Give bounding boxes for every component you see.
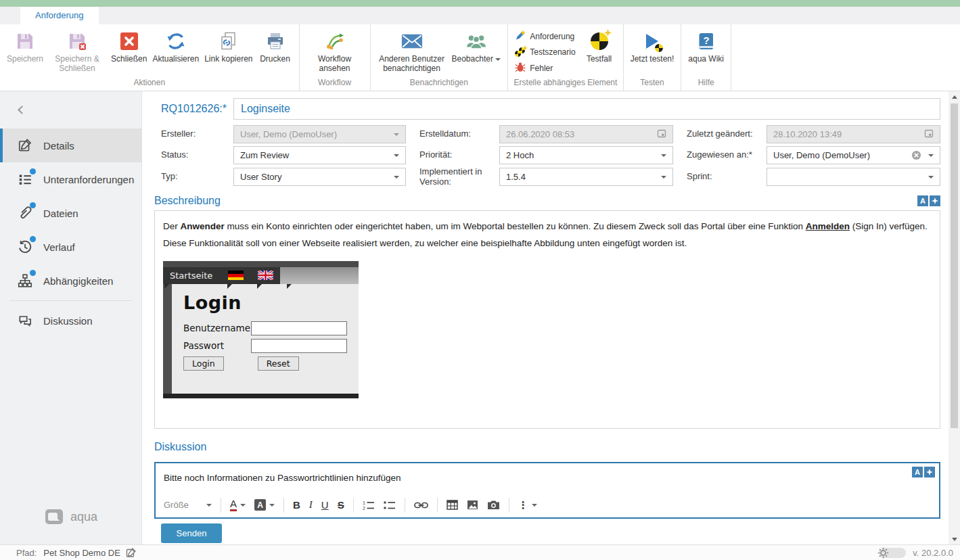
create-testscenario-item[interactable]: Testszenario: [515, 47, 575, 57]
notification-dot: [30, 270, 36, 276]
create-testcase-button[interactable]: Testfall: [580, 28, 619, 66]
tab-anforderung[interactable]: Anforderung: [20, 7, 99, 24]
list-icon: [18, 172, 32, 187]
sidebar-item-abhaengigkeiten[interactable]: Abhängigkeiten: [0, 264, 141, 298]
send-comment-button[interactable]: Senden: [161, 523, 222, 543]
ribbon-group-aktionen: Speichern Speichern & Schließen Schließe…: [0, 24, 300, 91]
field-label-erstelldatum: Erstelldatum:: [419, 129, 499, 139]
zuletzt-geaendert-field: 28.10.2020 13:49: [767, 125, 940, 143]
sidebar-item-label: Diskussion: [43, 315, 93, 327]
watchers-button[interactable]: Beobachter: [449, 28, 504, 66]
create-requirement-item[interactable]: Anforderung: [515, 30, 575, 43]
save-label: Speichern: [7, 55, 43, 64]
status-select[interactable]: Zum Review: [233, 146, 406, 164]
sprint-select[interactable]: [767, 168, 940, 186]
sidebar-item-diskussion[interactable]: Diskussion: [0, 304, 141, 337]
aqua-logo-text: aqua: [70, 510, 97, 524]
screenshot-camera-icon[interactable]: [487, 500, 500, 510]
translate-a-icon[interactable]: A: [917, 195, 928, 206]
bullet-list-icon[interactable]: [384, 500, 396, 511]
translate-lang-icon[interactable]: [924, 467, 935, 477]
underline-button[interactable]: U: [321, 499, 329, 511]
ribbon-tab-bar: Anforderung: [0, 7, 960, 24]
aqua-wiki-button[interactable]: ? aqua Wiki: [685, 28, 727, 66]
zugewiesen-select[interactable]: User, Demo (DemoUser): [767, 146, 940, 164]
sidebar-divider: [9, 300, 132, 301]
save-button: Speichern: [4, 28, 46, 66]
insert-table-icon[interactable]: [447, 500, 458, 510]
sidebar-item-label: Unteranforderungen: [43, 174, 134, 185]
translate-a-icon[interactable]: A: [912, 467, 923, 477]
highlight-color-button[interactable]: A: [254, 499, 275, 511]
view-workflow-button[interactable]: Workflow ansehen: [304, 28, 366, 76]
close-button[interactable]: Schließen: [108, 28, 150, 66]
field-label-zuletzt-geaendert: Zuletzt geändert:: [687, 129, 767, 139]
test-now-icon: [641, 30, 663, 52]
edit-path-icon[interactable]: [126, 547, 137, 558]
mock-tab-notch: [287, 284, 292, 289]
chevron-down-icon: [394, 133, 399, 136]
ribbon-group-testen: Jetzt testen! Testen: [624, 24, 682, 91]
window-accent-strip: [0, 0, 960, 7]
calendar-icon: [657, 129, 666, 140]
italic-button[interactable]: I: [309, 499, 313, 511]
ribbon-group-benachrichtigen: Anderen Benutzer benachrichtigen Beobach…: [371, 24, 509, 91]
test-now-label: Jetzt testen!: [631, 55, 675, 64]
notify-user-button[interactable]: Anderen Benutzer benachrichtigen: [375, 28, 449, 76]
diskussion-title: Diskussion: [154, 441, 940, 453]
field-label-zugewiesen: Zugewiesen an:*: [687, 150, 767, 160]
mock-username-label: Benutzername: [183, 323, 251, 333]
mock-tab-flag-uk: [250, 267, 280, 284]
typ-select[interactable]: User Story: [233, 168, 406, 186]
font-size-dropdown[interactable]: Größe: [164, 500, 212, 510]
group-label-erstelle: Erstelle abhängiges Element: [509, 76, 621, 91]
group-label-testen: Testen: [625, 76, 680, 91]
translate-lang-icon[interactable]: [930, 195, 940, 206]
editor-toolbar: Größe A A B I U S 12: [164, 498, 931, 513]
strikethrough-button[interactable]: S: [338, 499, 344, 511]
sidebar-item-dateien[interactable]: Dateien: [0, 196, 141, 230]
refresh-button[interactable]: Aktualisieren: [150, 28, 202, 66]
copy-link-button[interactable]: Link kopieren: [202, 28, 255, 66]
create-defect-item[interactable]: Fehler: [515, 62, 575, 74]
mock-tab-notch: [257, 284, 262, 289]
ribbon-group-erstelle: Anforderung Testszenario: [508, 24, 623, 91]
vertical-scrollbar[interactable]: [948, 91, 960, 544]
insert-link-icon[interactable]: [414, 501, 428, 509]
description-editor-area[interactable]: Der Anwender muss ein Konto einrichten o…: [154, 210, 940, 429]
ordered-list-icon[interactable]: 12: [363, 500, 375, 511]
mock-bottom-bar: [163, 394, 359, 398]
beschreibung-title: Beschreibung: [154, 195, 917, 207]
sidebar-item-details[interactable]: Details: [0, 129, 141, 162]
settings-gear-button[interactable]: [879, 548, 906, 558]
sidebar-item-verlauf[interactable]: Verlauf: [0, 230, 141, 264]
svg-text:?: ?: [703, 34, 709, 46]
bold-button[interactable]: B: [293, 499, 300, 511]
comment-editor[interactable]: A Bitte noch Informationen zu Passwortri…: [154, 462, 940, 519]
testcase-pie-icon: [589, 30, 610, 52]
translate-buttons: A: [912, 467, 935, 477]
comment-text[interactable]: Bitte noch Informationen zu Passwortrich…: [164, 473, 931, 483]
field-label-ersteller: Ersteller:: [161, 129, 233, 139]
prioritaet-select[interactable]: 2 Hoch: [499, 146, 673, 164]
print-button[interactable]: Drucken: [256, 28, 295, 66]
aqua-app-window: Anforderung Speichern Speichern & Schlie…: [0, 0, 960, 560]
sidebar-collapse-chevron[interactable]: [15, 103, 28, 117]
field-label-sprint: Sprint:: [687, 172, 767, 182]
scroll-up-arrow[interactable]: [948, 91, 960, 102]
clear-value-icon[interactable]: [911, 150, 921, 160]
insert-image-icon[interactable]: [467, 500, 478, 510]
sidebar-item-unteranforderungen[interactable]: Unteranforderungen: [0, 162, 141, 196]
field-label-version: Implementiert in Version:: [419, 167, 499, 187]
scroll-down-arrow[interactable]: [948, 534, 960, 544]
chevron-down-icon: [394, 176, 399, 179]
more-options-button[interactable]: ⋮: [518, 499, 537, 511]
font-color-button[interactable]: A: [230, 498, 246, 511]
save-icon: [14, 30, 36, 52]
view-workflow-label: Workflow ansehen: [306, 55, 363, 74]
version-select[interactable]: 1.5.4: [499, 168, 673, 186]
title-input[interactable]: [233, 98, 940, 120]
scrollbar-thumb[interactable]: [951, 103, 958, 428]
test-now-button[interactable]: Jetzt testen!: [628, 28, 677, 66]
notify-user-label: Anderen Benutzer benachrichtigen: [378, 55, 447, 74]
